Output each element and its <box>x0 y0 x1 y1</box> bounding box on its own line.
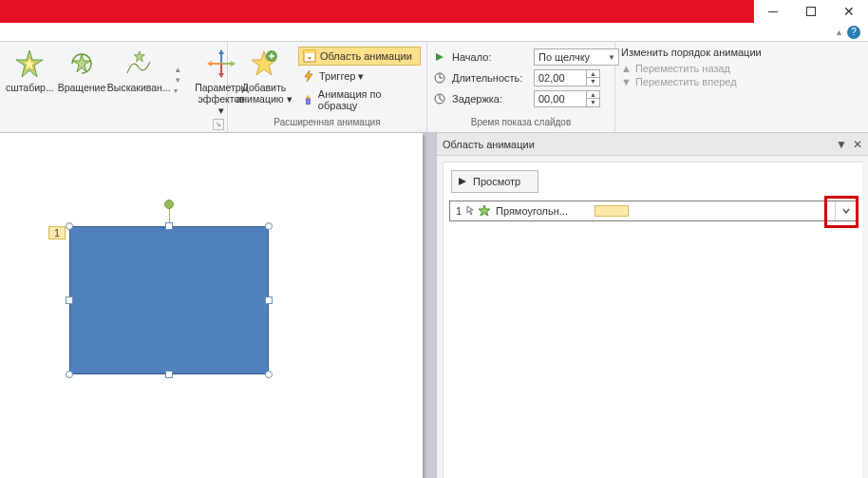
move-later-button[interactable]: ▼ Переместить вперед <box>621 75 778 88</box>
reorder-group-label <box>615 115 868 132</box>
delay-input[interactable]: 00,00 ▲▼ <box>534 90 600 107</box>
item-name: Прямоугольн... <box>492 205 593 217</box>
pane-icon <box>303 49 316 63</box>
svg-marker-18 <box>305 70 312 82</box>
gallery-label: Вращение <box>58 82 106 93</box>
animation-list-item[interactable]: 1 Прямоугольн... <box>449 201 857 221</box>
chevron-down-icon <box>841 206 851 216</box>
duration-input[interactable]: 02,00 ▲▼ <box>534 69 600 86</box>
item-dropdown[interactable] <box>835 201 856 220</box>
move-earlier-label: Переместить назад <box>635 63 730 74</box>
maximize-button[interactable] <box>792 0 830 23</box>
resize-handle-tl[interactable] <box>66 222 73 230</box>
gallery-label: сштабир... <box>6 82 54 93</box>
pane-header: Область анимации ▼ ✕ <box>437 133 868 156</box>
resize-handle-t[interactable] <box>165 222 173 230</box>
slide-area[interactable]: 1 <box>0 133 436 478</box>
animation-painter-button[interactable]: Анимация по образцу <box>298 86 421 113</box>
resize-handle-br[interactable] <box>265 371 273 378</box>
resize-handle-b[interactable] <box>165 371 173 378</box>
gallery-label: Выскакиван... <box>107 82 171 93</box>
minimize-button[interactable]: ─ <box>754 0 792 23</box>
dialog-launcher-icon[interactable]: ↘ <box>213 119 224 130</box>
svg-marker-6 <box>218 49 224 54</box>
svg-marker-12 <box>207 61 212 67</box>
painter-label: Анимация по образцу <box>318 88 415 111</box>
gallery-scroll[interactable]: ▲▼▾ <box>172 45 183 116</box>
delay-label: Задержка: <box>452 93 528 105</box>
lightning-icon <box>302 69 315 83</box>
svg-marker-19 <box>306 94 311 99</box>
svg-marker-25 <box>479 205 490 216</box>
on-click-icon <box>463 205 477 217</box>
rectangle-shape[interactable] <box>69 226 269 374</box>
play-icon <box>458 177 467 186</box>
timeline-bar[interactable] <box>594 205 629 217</box>
resize-handle-l[interactable] <box>66 296 73 304</box>
svg-rect-20 <box>307 99 311 105</box>
pane-body: Просмотр 1 Прямоугольн... <box>443 162 862 478</box>
spin-star-icon <box>66 48 97 79</box>
workspace: 1 Область анимации ▼ ✕ Просмотр 1 <box>0 133 868 478</box>
svg-marker-4 <box>134 51 144 62</box>
delay-clock-icon <box>433 92 446 105</box>
svg-marker-10 <box>218 73 224 78</box>
arrow-up-icon: ▲ <box>621 63 632 74</box>
pane-close-icon[interactable]: ✕ <box>853 138 862 151</box>
arrow-down-icon: ▼ <box>621 76 632 87</box>
pane-menu-icon[interactable]: ▼ <box>836 138 847 151</box>
animation-order-tag[interactable]: 1 <box>48 226 66 239</box>
duration-label: Длительность: <box>452 72 528 84</box>
painter-icon <box>302 93 314 106</box>
resize-handle-r[interactable] <box>265 296 273 304</box>
selected-shape[interactable]: 1 <box>69 226 269 374</box>
help-button[interactable]: ? <box>847 26 860 39</box>
preview-button[interactable]: Просмотр <box>451 170 538 193</box>
advanced-animation-group: Добавить анимацию ▾ Область анимации Три… <box>228 42 427 132</box>
gallery-item-scale[interactable]: сштабир... <box>6 45 54 116</box>
timing-group: Начало: По щелчку ▼ Длительность: 02,00 … <box>427 42 615 132</box>
star-burst-icon <box>14 48 45 79</box>
preview-label: Просмотр <box>473 176 520 187</box>
slide-canvas[interactable]: 1 <box>0 133 423 478</box>
resize-handle-bl[interactable] <box>66 371 73 378</box>
gallery-group-label <box>0 116 227 132</box>
add-animation-button[interactable]: Добавить анимацию ▾ <box>234 45 294 115</box>
add-animation-icon <box>249 48 279 79</box>
svg-marker-21 <box>436 53 443 61</box>
trigger-label: Триггер ▾ <box>319 70 364 83</box>
pane-title: Область анимации <box>443 139 535 150</box>
reorder-title: Изменить порядок анимации <box>621 47 778 58</box>
title-bar-bg <box>0 0 754 23</box>
start-dropdown[interactable]: По щелчку ▼ <box>534 48 619 66</box>
animation-pane: Область анимации ▼ ✕ Просмотр 1 <box>436 133 868 478</box>
gallery-item-spin[interactable]: Вращение <box>58 45 106 116</box>
start-play-icon <box>433 50 446 64</box>
move-earlier-button[interactable]: ▲ Переместить назад <box>621 62 778 75</box>
bounce-star-icon <box>123 48 154 79</box>
gallery-item-bounce[interactable]: Выскакиван... <box>109 45 168 116</box>
start-value: По щелчку <box>538 51 590 63</box>
window-controls: ─ ✕ <box>754 0 868 23</box>
animation-pane-button[interactable]: Область анимации <box>298 47 421 66</box>
animation-list: 1 Прямоугольн... <box>449 201 857 221</box>
start-label: Начало: <box>452 51 528 63</box>
delay-value: 00,00 <box>538 93 565 105</box>
close-button[interactable]: ✕ <box>830 0 868 23</box>
item-index: 1 <box>450 205 463 217</box>
duration-value: 02,00 <box>538 72 565 84</box>
maximize-icon <box>805 6 817 17</box>
add-anim-label-2: анимацию ▾ <box>236 93 292 105</box>
svg-rect-0 <box>807 8 816 16</box>
duration-clock-icon <box>433 71 446 85</box>
resize-handle-tr[interactable] <box>265 222 273 230</box>
trigger-button[interactable]: Триггер ▾ <box>298 67 421 85</box>
svg-rect-16 <box>304 50 315 53</box>
reorder-group: Изменить порядок анимации ▲ Переместить … <box>615 42 868 132</box>
rotate-handle[interactable] <box>164 200 174 209</box>
title-bar: ─ ✕ <box>0 0 868 23</box>
advanced-group-label: Расширенная анимация <box>228 115 426 132</box>
collapse-ribbon-icon[interactable]: ▴ <box>837 27 841 37</box>
effect-type-icon <box>477 204 492 218</box>
add-anim-label-1: Добавить <box>242 82 286 93</box>
